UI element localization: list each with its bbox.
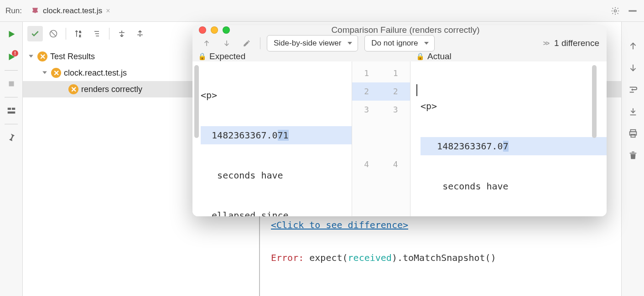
expected-pane[interactable]: <p> 1482363367.071 seconds have ellapsed… bbox=[192, 61, 352, 216]
scroll-to-end-button[interactable] bbox=[627, 106, 639, 117]
right-rail bbox=[621, 22, 644, 296]
show-ignored-button[interactable] bbox=[46, 26, 61, 41]
jest-icon bbox=[31, 7, 39, 15]
delete-button[interactable] bbox=[627, 149, 639, 161]
hide-button[interactable] bbox=[627, 5, 639, 17]
console-area: <Click to see difference> Error: expect(… bbox=[23, 209, 621, 296]
viewer-mode-select[interactable]: Side-by-side viewer bbox=[267, 35, 358, 51]
svg-point-0 bbox=[614, 10, 617, 12]
diff-body: <p> 1482363367.071 seconds have ellapsed… bbox=[192, 61, 607, 216]
tab-name: clock.react.test.js bbox=[43, 6, 102, 15]
left-rail: ! bbox=[0, 22, 23, 296]
failed-icon: ✕ bbox=[51, 68, 61, 78]
svg-text:a: a bbox=[79, 30, 81, 33]
tree-test-label: renders correctly bbox=[81, 85, 142, 94]
diff-line: 1482363367.071 bbox=[201, 126, 352, 144]
close-window-button[interactable] bbox=[199, 26, 206, 34]
print-button[interactable] bbox=[627, 128, 639, 139]
collapse-all-button[interactable] bbox=[89, 26, 104, 41]
up-button[interactable] bbox=[627, 40, 639, 52]
minimize-window-button[interactable] bbox=[211, 26, 218, 34]
dialog-title: Comparison Failure (renders correctly) bbox=[234, 25, 600, 35]
show-passed-button[interactable] bbox=[27, 26, 43, 41]
run-button[interactable] bbox=[5, 28, 17, 40]
comparison-failure-dialog: Comparison Failure (renders correctly) S… bbox=[192, 25, 607, 216]
expand-button[interactable] bbox=[114, 26, 130, 41]
failed-icon: ✕ bbox=[37, 51, 47, 61]
svg-line-9 bbox=[51, 31, 56, 36]
diff-headers: 🔒Expected 🔒Actual bbox=[192, 51, 607, 61]
diff-line: <p> bbox=[421, 97, 607, 115]
stop-button[interactable] bbox=[5, 78, 17, 90]
svg-rect-6 bbox=[11, 108, 15, 110]
actual-label: Actual bbox=[427, 51, 452, 61]
prev-diff-button[interactable] bbox=[200, 36, 213, 50]
line-gutter: 11 22 33 44 bbox=[352, 61, 410, 216]
down-button[interactable] bbox=[627, 62, 639, 74]
diff-line: ellapsed since bbox=[201, 206, 352, 216]
diff-line: 1482363367.07 bbox=[421, 137, 607, 155]
svg-rect-4 bbox=[9, 82, 14, 87]
svg-text:z: z bbox=[79, 34, 81, 37]
chevron-down-icon bbox=[27, 53, 35, 60]
error-prefix: Error: bbox=[271, 252, 304, 263]
window-controls bbox=[199, 26, 230, 34]
close-icon[interactable]: × bbox=[106, 7, 110, 15]
settings-button[interactable] bbox=[609, 5, 621, 17]
layout-button[interactable] bbox=[5, 105, 17, 117]
expected-label: Expected bbox=[209, 51, 245, 61]
lock-icon: 🔒 bbox=[198, 52, 207, 61]
diff-line: seconds have bbox=[421, 177, 607, 195]
tree-file-label: clock.react.test.js bbox=[64, 68, 127, 78]
svg-rect-5 bbox=[7, 108, 10, 110]
ignore-mode-select[interactable]: Do not ignore bbox=[364, 35, 435, 51]
titlebar: Comparison Failure (renders correctly) bbox=[192, 25, 607, 35]
tree-root-label: Test Results bbox=[50, 52, 95, 61]
pin-button[interactable] bbox=[5, 132, 17, 143]
failed-icon: ✕ bbox=[68, 84, 78, 94]
svg-text:!: ! bbox=[14, 51, 16, 56]
caret bbox=[416, 84, 417, 96]
zoom-window-button[interactable] bbox=[223, 26, 230, 34]
run-tab[interactable]: clock.react.test.js × bbox=[27, 5, 114, 17]
see-difference-link[interactable]: <Click to see difference> bbox=[271, 219, 408, 230]
lock-icon: 🔒 bbox=[416, 52, 425, 61]
sort-button[interactable]: az bbox=[71, 26, 86, 41]
actual-pane[interactable]: <p> 1482363367.07 seconds have ellapsed … bbox=[410, 61, 607, 216]
collapse-button[interactable] bbox=[132, 26, 148, 41]
diff-line: <p> bbox=[201, 86, 352, 104]
diff-count: 1 difference bbox=[554, 38, 599, 48]
next-diff-button[interactable] bbox=[220, 36, 234, 50]
scrollbar[interactable] bbox=[592, 65, 597, 138]
rerun-failed-button[interactable]: ! bbox=[5, 51, 17, 63]
console-output: <Click to see difference> Error: expect(… bbox=[260, 209, 621, 296]
diff-toolbar: Side-by-side viewer Do not ignore >> 1 d… bbox=[192, 35, 607, 51]
run-label: Run: bbox=[5, 6, 22, 15]
diff-line: seconds have bbox=[201, 166, 352, 184]
chevron-down-icon bbox=[41, 69, 48, 77]
edit-button[interactable] bbox=[240, 36, 254, 50]
soft-wrap-button[interactable] bbox=[627, 84, 639, 96]
more-icon[interactable]: >> bbox=[543, 40, 549, 47]
top-bar: Run: clock.react.test.js × bbox=[0, 0, 644, 22]
svg-rect-7 bbox=[7, 112, 15, 114]
